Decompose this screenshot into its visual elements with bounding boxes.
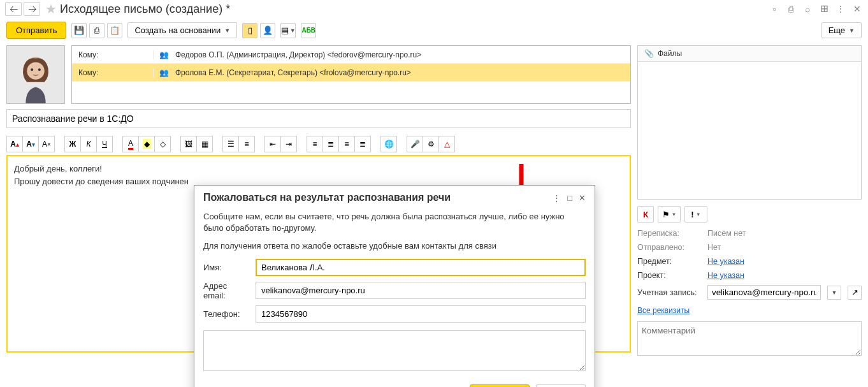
print-button[interactable]: ⎙ xyxy=(89,23,105,38)
italic-button[interactable]: К xyxy=(80,136,97,152)
underline-button[interactable]: Ч xyxy=(96,136,113,152)
phone-input[interactable] xyxy=(256,305,586,323)
align-justify-button[interactable]: ≣ xyxy=(354,136,371,152)
nav-forward[interactable]: 🡢 xyxy=(24,2,40,16)
outdent-button[interactable]: ⇤ xyxy=(264,136,281,152)
speech-complaint-dialog: Пожаловаться на результат распознавания … xyxy=(194,185,595,387)
svg-point-2 xyxy=(27,62,44,79)
send-button[interactable]: Отправить xyxy=(6,22,66,39)
recipient-empty-row[interactable] xyxy=(72,82,630,101)
dialog-cancel-button[interactable]: Отмена xyxy=(536,384,586,387)
comment-textarea[interactable] xyxy=(637,321,862,356)
mic-button[interactable]: 🎤 xyxy=(407,136,423,152)
close-icon[interactable]: ✕ xyxy=(851,3,863,15)
complaint-textarea[interactable] xyxy=(203,330,586,371)
account-input[interactable] xyxy=(707,285,821,300)
dialog-text1: Сообщите нам, если вы считаете, что речь… xyxy=(203,211,586,234)
clear-format-button[interactable]: ◇ xyxy=(154,136,171,152)
text-color-button[interactable]: A xyxy=(122,136,139,152)
phone-label: Телефон: xyxy=(203,309,249,319)
indent-button[interactable]: ⇥ xyxy=(280,136,297,152)
svg-point-4 xyxy=(38,68,41,71)
recipient-row[interactable]: Кому: 👥 Фролова Е.М. (Секретариат, Секре… xyxy=(72,64,630,82)
bold-button[interactable]: Ж xyxy=(64,136,81,152)
settings-button[interactable]: ⚙ xyxy=(423,136,439,152)
project-label: Проект: xyxy=(637,271,701,280)
k-button[interactable]: К xyxy=(637,206,654,223)
image-button[interactable]: 🖼 xyxy=(180,136,197,152)
save-icon[interactable]: ▫ xyxy=(769,3,780,15)
font-larger-button[interactable]: A▴ xyxy=(6,136,23,152)
name-label: Имя: xyxy=(203,263,249,272)
person-icon: 👥 xyxy=(157,50,170,59)
align-left-button[interactable]: ≡ xyxy=(307,136,323,152)
print-icon[interactable]: ⎙ xyxy=(785,3,797,15)
dialog-maximize-icon[interactable]: □ xyxy=(567,193,572,203)
more-vert-icon[interactable]: ⋮ xyxy=(835,3,846,15)
recipient-row[interactable]: Кому: 👥 Федоров О.П. (Администрация, Дир… xyxy=(72,46,630,64)
nav-back[interactable]: 🡠 xyxy=(5,2,22,16)
subject-meta-label: Предмет: xyxy=(637,257,701,266)
create-based-on-button[interactable]: Создать на основании▼ xyxy=(127,22,237,38)
page-title: Исходящее письмо (создание) * xyxy=(60,3,769,16)
dialog-title: Пожаловаться на результат распознавания … xyxy=(203,192,553,203)
dialog-submit-button[interactable]: Отправить xyxy=(470,384,530,387)
report-speech-button[interactable]: △ xyxy=(438,136,455,152)
list-number-button[interactable]: ≡ xyxy=(238,136,255,152)
account-dropdown-button[interactable]: ▼ xyxy=(827,286,841,300)
sent-label: Отправлено: xyxy=(637,243,701,252)
align-center-button[interactable]: ≣ xyxy=(322,136,339,152)
account-open-button[interactable]: ↗ xyxy=(848,286,862,300)
all-requisites-link[interactable]: Все реквизиты xyxy=(637,306,690,315)
dialog-close-icon[interactable]: ✕ xyxy=(579,193,586,203)
link-button[interactable]: 🌐 xyxy=(380,136,397,152)
account-label: Учетная запись: xyxy=(637,288,701,297)
save-draft-button[interactable]: 💾 xyxy=(71,23,87,38)
avatar xyxy=(6,45,65,104)
thread-value: Писем нет xyxy=(707,229,862,238)
flag-dropdown[interactable]: ⚑▼ xyxy=(658,206,681,223)
more-button[interactable]: Еще▼ xyxy=(821,22,862,38)
bg-color-button[interactable]: ◆ xyxy=(138,136,155,152)
dialog-more-icon[interactable]: ⋮ xyxy=(553,193,561,203)
email-label: Адрес email: xyxy=(203,281,249,300)
preview-icon[interactable]: ⌕ xyxy=(802,3,813,15)
sent-value: Нет xyxy=(707,243,862,252)
name-input[interactable] xyxy=(256,259,586,276)
list-bullet-button[interactable]: ☰ xyxy=(222,136,239,152)
person-button[interactable]: 👤 xyxy=(260,23,275,38)
font-smaller-button[interactable]: A▾ xyxy=(22,136,39,152)
person-icon: 👥 xyxy=(157,68,170,77)
importance-dropdown[interactable]: !▼ xyxy=(684,206,707,223)
thread-label: Переписка: xyxy=(637,229,701,238)
copy-button[interactable]: 📋 xyxy=(107,23,122,38)
email-input[interactable] xyxy=(256,282,586,299)
font-reset-button[interactable]: A× xyxy=(38,136,55,152)
files-title: Файлы xyxy=(658,49,682,58)
template-button[interactable]: ▤▼ xyxy=(280,23,296,38)
address-book-button[interactable]: ▯ xyxy=(242,23,257,38)
paperclip-icon: 📎 xyxy=(644,49,654,58)
spellcheck-button[interactable]: АБВ xyxy=(301,23,316,38)
subject-meta-link[interactable]: Не указан xyxy=(707,257,744,266)
favorite-star-icon[interactable]: ★ xyxy=(45,1,57,17)
files-list[interactable] xyxy=(638,62,861,199)
dialog-text2: Для получения ответа по жалобе оставьте … xyxy=(203,240,586,252)
subject-input[interactable] xyxy=(6,109,631,128)
link-icon[interactable]: 𐌎 xyxy=(818,3,830,15)
svg-point-3 xyxy=(31,68,33,71)
table-button[interactable]: ▦ xyxy=(196,136,213,152)
project-link[interactable]: Не указан xyxy=(707,271,744,280)
align-right-button[interactable]: ≡ xyxy=(338,136,355,152)
